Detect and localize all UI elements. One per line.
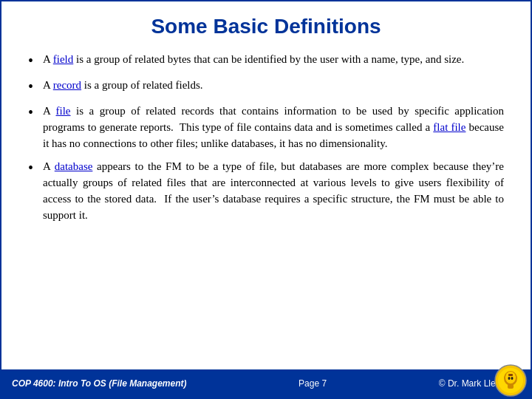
bullet-text-field: A field is a group of related bytes that…: [43, 52, 504, 68]
bullet-dot-4: •: [28, 158, 43, 177]
ucf-logo: [494, 364, 528, 398]
term-flat-file: flat file: [433, 121, 466, 133]
slide: Some Basic Definitions • A field is a gr…: [0, 0, 532, 399]
svg-rect-4: [508, 384, 514, 389]
term-database: database: [55, 160, 93, 172]
svg-point-3: [505, 372, 516, 383]
svg-point-7: [511, 377, 514, 380]
bullet-text-database: A database appears to the FM to be a typ…: [43, 159, 504, 223]
bullet-dot-2: •: [28, 77, 43, 96]
svg-rect-5: [508, 374, 513, 376]
bullet-text-record: A record is a group of related fields.: [43, 78, 504, 94]
term-record: record: [53, 79, 81, 91]
footer-page: Page 7: [299, 378, 327, 389]
bullet-text-file: A file is a group of related records tha…: [43, 103, 504, 151]
slide-title: Some Basic Definitions: [1, 1, 531, 46]
term-file: file: [56, 105, 71, 117]
term-field: field: [53, 53, 74, 65]
svg-point-6: [508, 377, 511, 380]
bullet-record: • A record is a group of related fields.: [28, 78, 504, 96]
bullet-field: • A field is a group of related bytes th…: [28, 52, 504, 70]
bullet-dot-1: •: [28, 51, 43, 70]
bullet-file: • A file is a group of related records t…: [28, 103, 504, 151]
footer-course: COP 4600: Intro To OS (File Management): [12, 378, 186, 389]
bullet-database: • A database appears to the FM to be a t…: [28, 159, 504, 223]
bullet-dot-3: •: [28, 103, 43, 122]
slide-content: • A field is a group of related bytes th…: [1, 46, 531, 369]
